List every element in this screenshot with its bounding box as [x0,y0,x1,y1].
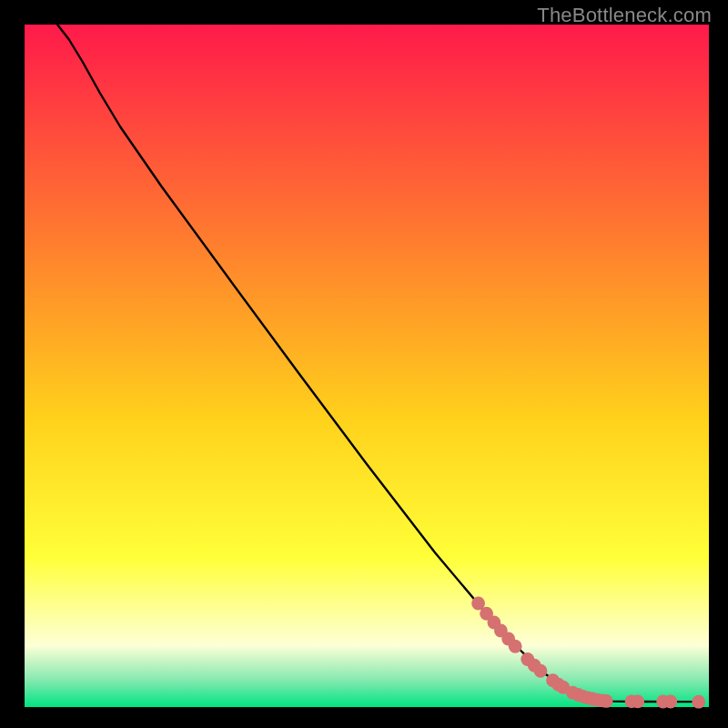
scatter-dot [663,695,677,709]
scatter-dot [534,664,548,678]
scatter-dot [631,695,644,709]
scatter-dot [692,695,705,709]
watermark-text: TheBottleneck.com [537,4,712,27]
bottleneck-chart [0,0,728,728]
scatter-dot [600,694,613,708]
chart-frame: { "watermark": "TheBottleneck.com", "col… [0,0,728,728]
plot-background [25,25,709,707]
scatter-dot [509,640,522,653]
